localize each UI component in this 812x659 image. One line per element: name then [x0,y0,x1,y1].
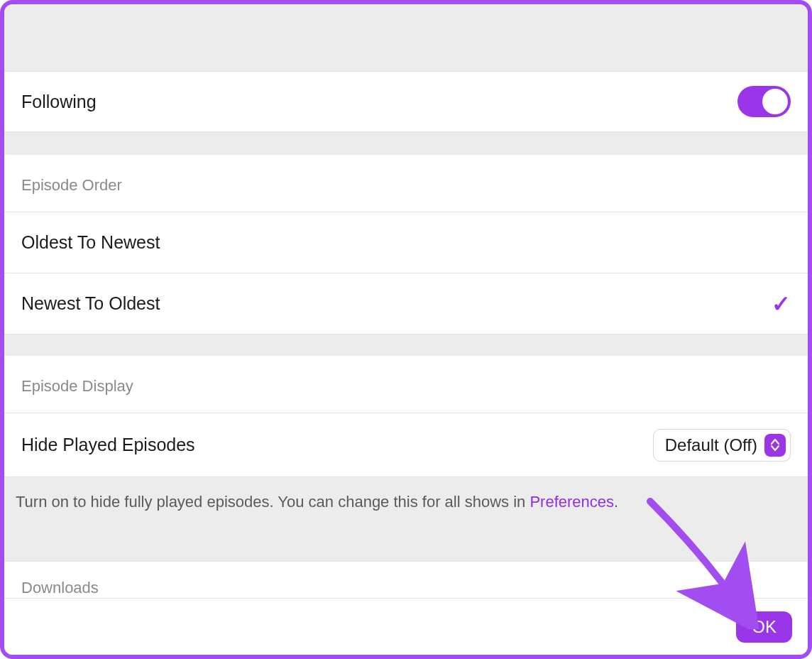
spacer [4,334,808,356]
option-label: Oldest To Newest [21,232,160,253]
ok-button[interactable]: OK [736,611,792,643]
following-label: Following [21,92,97,112]
dropdown-stepper-icon [764,434,786,457]
following-row: Following [4,71,808,132]
following-toggle[interactable] [737,86,791,117]
settings-panel: Following Episode Order Oldest To Newest… [0,0,812,659]
episode-order-header: Episode Order [4,155,808,212]
checkmark-icon: ✓ [772,290,791,317]
dropdown-value: Default (Off) [665,435,757,455]
hide-played-label: Hide Played Episodes [21,435,195,455]
hide-played-description: Turn on to hide fully played episodes. Y… [4,477,808,561]
footer-bar: OK [4,598,808,655]
description-text-suffix: . [614,493,618,511]
hide-played-dropdown[interactable]: Default (Off) [653,429,791,462]
spacer [4,132,808,155]
hide-played-row: Hide Played Episodes Default (Off) [4,413,808,477]
episode-display-header: Episode Display [4,356,808,413]
episode-order-option-oldest[interactable]: Oldest To Newest [4,212,808,273]
option-label: Newest To Oldest [21,293,160,314]
preferences-link[interactable]: Preferences [530,493,614,511]
description-text-prefix: Turn on to hide fully played episodes. Y… [16,493,530,511]
top-spacer [4,4,808,71]
episode-order-option-newest[interactable]: Newest To Oldest ✓ [4,273,808,334]
